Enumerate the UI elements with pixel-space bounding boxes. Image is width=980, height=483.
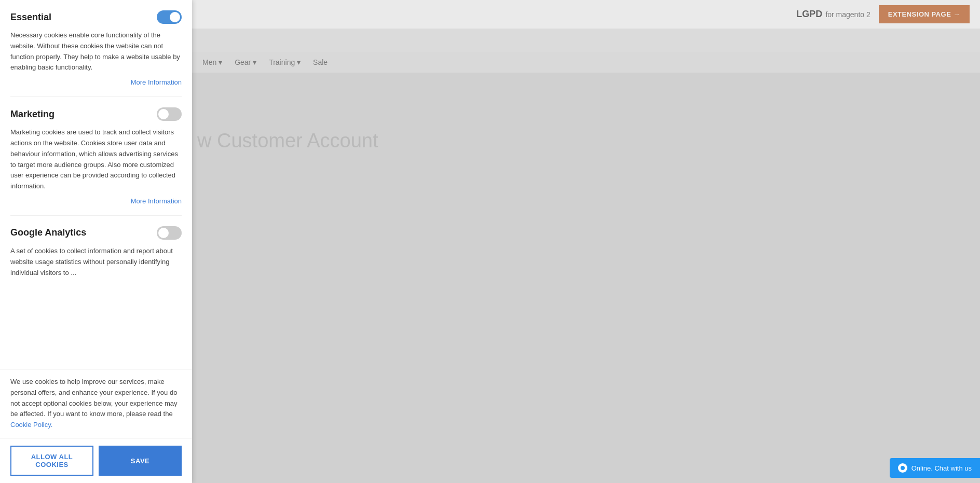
bottom-notice-text: We use cookies to help improve our servi… [10, 378, 178, 418]
marketing-header: Marketing [10, 107, 182, 121]
cookie-policy-link[interactable]: Cookie Policy. [10, 421, 52, 429]
analytics-slider [157, 226, 182, 240]
cookie-bottom-notice: We use cookies to help improve our servi… [0, 369, 192, 438]
save-button[interactable]: SAVE [99, 446, 182, 476]
marketing-description: Marketing cookies are used to track and … [10, 127, 182, 192]
nav-item-gear[interactable]: Gear ▾ [235, 58, 256, 66]
cookie-consent-panel: Essential Necessary cookies enable core … [0, 0, 192, 483]
top-bar: LGPD for magento 2 EXTENSION PAGE → [192, 0, 980, 29]
brand-name: LGPD for magento 2 [796, 9, 870, 20]
cookie-panel-scroll: Essential Necessary cookies enable core … [0, 0, 192, 369]
analytics-toggle[interactable] [157, 226, 182, 240]
cookie-section-marketing: Marketing Marketing cookies are used to … [10, 107, 182, 216]
cookie-actions: ALLOW ALL COOKIES SAVE [0, 438, 192, 483]
nav-menu: Men ▾ Gear ▾ Training ▾ Sale [192, 52, 980, 73]
cookie-section-analytics: Google Analytics A set of cookies to col… [10, 226, 182, 294]
marketing-more-info-link[interactable]: More Information [10, 197, 182, 205]
analytics-header: Google Analytics [10, 226, 182, 240]
allow-all-cookies-button[interactable]: ALLOW ALL COOKIES [10, 446, 93, 476]
nav-bar [192, 29, 980, 52]
nav-item-men[interactable]: Men ▾ [202, 58, 222, 66]
nav-item-sale[interactable]: Sale [313, 58, 328, 66]
essential-description: Necessary cookies enable core functional… [10, 30, 182, 73]
page-title: w Customer Account [197, 130, 378, 152]
chat-label: Online. Chat with us [911, 464, 972, 472]
analytics-title: Google Analytics [10, 227, 86, 238]
essential-header: Essential [10, 10, 182, 24]
brand-lgpd: LGPD [796, 9, 822, 20]
analytics-description: A set of cookies to collect information … [10, 246, 182, 278]
chat-icon [898, 463, 907, 473]
nav-item-training[interactable]: Training ▾ [269, 58, 301, 66]
essential-more-info-link[interactable]: More Information [10, 78, 182, 86]
marketing-toggle[interactable] [157, 107, 182, 121]
essential-slider [157, 10, 182, 24]
marketing-title: Marketing [10, 109, 55, 120]
brand-magento: for magento 2 [825, 10, 870, 19]
extension-page-button[interactable]: EXTENSION PAGE → [879, 5, 970, 23]
essential-title: Essential [10, 12, 51, 23]
marketing-slider [157, 107, 182, 121]
essential-toggle[interactable] [157, 10, 182, 24]
chat-widget[interactable]: Online. Chat with us [890, 458, 980, 478]
cookie-section-essential: Essential Necessary cookies enable core … [10, 10, 182, 97]
